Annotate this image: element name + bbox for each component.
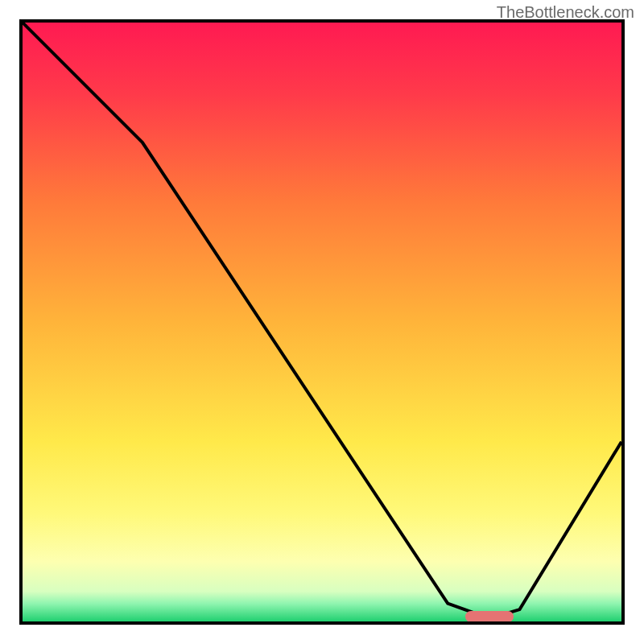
chart-frame	[19, 19, 625, 625]
optimal-marker	[465, 611, 514, 622]
watermark-text: TheBottleneck.com	[497, 3, 634, 22]
bottleneck-curve	[23, 23, 621, 621]
